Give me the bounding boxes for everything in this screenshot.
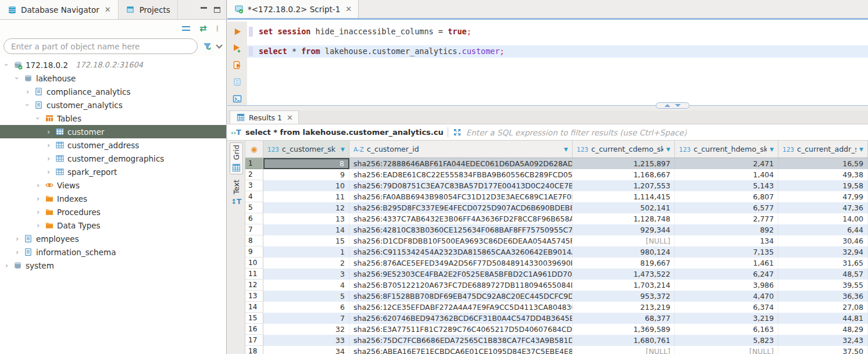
tree-item-employees[interactable]: ›employees (0, 232, 226, 245)
cell-c_customer_sk[interactable]: 34 (263, 346, 349, 354)
cell-c_customer_id[interactable]: sha256:4337C7AB6432E3B06FF4A3636FD2F8CC8… (349, 213, 573, 224)
cell-c_current_cdemo_sk[interactable]: 1,114,415 (573, 191, 675, 202)
sql-statement-line[interactable]: set session hide_inaccessible_columns = … (247, 26, 868, 38)
cell-c_current_addr_sk[interactable]: 48,29 (778, 324, 868, 335)
sash-collapse-control[interactable] (656, 102, 690, 109)
grid-corner-record-icon[interactable]: ◉ (245, 141, 263, 158)
cell-c_current_addr_sk[interactable]: 16,59 (778, 158, 868, 169)
row-number[interactable]: 1 (245, 158, 263, 169)
cell-c_current_cdemo_sk[interactable]: 1,215,897 (573, 158, 675, 169)
chevron-collapsed-icon[interactable]: › (45, 167, 52, 176)
filter-input-placeholder[interactable]: Enter a SQL expression to filter results… (466, 128, 687, 137)
tree-item-information-schema[interactable]: ›information_schema (0, 245, 226, 259)
chevron-collapsed-icon[interactable]: › (45, 127, 52, 136)
cell-c_current_hdemo_sk[interactable]: [NULL] (675, 346, 778, 354)
cell-c_current_cdemo_sk[interactable]: 1,680,761 (573, 335, 675, 346)
table-row[interactable]: 91sha256:C9115342454A2323DA815865CAA3260… (245, 246, 868, 258)
view-menu-icon[interactable]: ⁞ (216, 24, 219, 33)
table-row[interactable]: 1733sha256:75DC7FCB6686EDA72565C1B838CA7… (245, 335, 868, 346)
chevron-collapsed-icon[interactable]: › (14, 234, 20, 243)
cell-c_customer_id[interactable]: sha256:42810C83B0360CE125634F068BAF8FF75… (349, 224, 573, 235)
cell-c_customer_id[interactable]: sha256:876ACE5EFED349A2D56F77D5084891433… (349, 258, 573, 269)
chevron-collapsed-icon[interactable]: › (35, 194, 41, 203)
cell-c_current_cdemo_sk[interactable]: 502,141 (573, 202, 675, 213)
chevron-expanded-icon[interactable]: › (2, 62, 11, 68)
close-icon[interactable]: ✕ (105, 5, 111, 14)
chevron-collapsed-icon[interactable]: › (14, 248, 20, 256)
row-number[interactable]: 16 (245, 324, 263, 335)
cell-c_customer_id[interactable]: sha256:EAD8E61C8C22E555834FBBA9B60556CB2… (349, 169, 573, 180)
tree-item-customer-analytics[interactable]: ›customer_analytics (0, 98, 226, 112)
object-search-input[interactable] (3, 38, 198, 54)
cell-c_current_addr_sk[interactable]: 27,08 (778, 302, 868, 313)
cell-c_current_cdemo_sk[interactable]: 1,168,667 (573, 169, 675, 180)
view-tab-text[interactable]: Text ↕T (230, 178, 242, 207)
tab-projects[interactable]: Projects (119, 0, 178, 19)
cell-c_customer_id[interactable]: sha256:FA0ABB6943B98054FC31D12D3E3AEC689… (349, 191, 573, 202)
row-number[interactable]: 18 (245, 346, 263, 354)
sql-statement-line[interactable]: select * from lakehouse.customer_analyti… (247, 45, 868, 58)
filter-funnel-icon[interactable] (202, 42, 212, 51)
collapse-all-icon[interactable] (182, 26, 190, 31)
table-row[interactable]: 1834sha256:ABEA16E7E1ECBDCA6E01CE1095D84… (245, 346, 868, 354)
cell-c_customer_sk[interactable]: 33 (263, 335, 349, 346)
expand-filter-icon[interactable] (452, 128, 462, 137)
cell-c_current_cdemo_sk[interactable]: [NULL] (573, 235, 675, 246)
close-icon[interactable]: ✕ (345, 5, 352, 13)
table-row[interactable]: 124sha256:B705122120A673FC7DE6889727DB11… (245, 280, 868, 291)
cell-c_current_addr_sk[interactable]: 32,43 (778, 335, 868, 346)
column-header-c_customer_sk[interactable]: 123c_customer_sk▼ (263, 141, 349, 158)
maximize-icon[interactable] (214, 7, 220, 13)
minimize-icon[interactable] (201, 7, 207, 9)
cell-c_current_hdemo_sk[interactable]: 5,143 (675, 180, 778, 191)
cell-c_customer_sk[interactable]: 10 (263, 180, 349, 191)
explain-plan-icon[interactable] (232, 77, 242, 87)
cell-c_current_hdemo_sk[interactable]: 6,163 (675, 324, 778, 335)
cell-c_current_addr_sk[interactable]: 37,50 (778, 346, 868, 354)
cell-c_current_addr_sk[interactable]: 49,38 (778, 169, 868, 180)
cell-c_current_cdemo_sk[interactable]: 1,128,748 (573, 213, 675, 224)
chevron-collapsed-icon[interactable]: › (45, 154, 52, 163)
cell-c_current_hdemo_sk[interactable]: 1,404 (675, 169, 778, 180)
column-filter-dropdown-icon[interactable]: ▼ (564, 146, 568, 152)
cell-c_customer_sk[interactable]: 4 (263, 280, 349, 291)
cell-c_customer_id[interactable]: sha256:B295D8FC337E9E4FECD0725D907ACD6B6… (349, 202, 573, 213)
chevron-collapsed-icon[interactable]: › (35, 208, 41, 216)
row-number[interactable]: 4 (245, 191, 263, 202)
close-icon[interactable]: ✕ (287, 113, 293, 122)
row-number[interactable]: 8 (245, 235, 263, 246)
collapse-up-icon[interactable] (665, 104, 670, 107)
cell-c_customer_id[interactable]: sha256:75DC7FCB6686EDA72565C1B838CA7FC43… (349, 335, 573, 346)
cell-c_current_hdemo_sk[interactable]: 6,374 (675, 302, 778, 313)
cell-c_customer_id[interactable]: sha256:E3A77511F81C7289C76C4065217D5D406… (349, 324, 573, 335)
tree-item-lakehouse[interactable]: ›lakehouse (0, 71, 226, 85)
execute-new-tab-icon[interactable] (232, 43, 242, 53)
cell-c_current_hdemo_sk[interactable]: 6,807 (675, 191, 778, 202)
table-row[interactable]: 135sha256:8F1528BB708DF69EB475DC92A8C20E… (245, 291, 868, 302)
row-number[interactable]: 7 (245, 224, 263, 235)
cell-c_customer_sk[interactable]: 12 (263, 202, 349, 213)
cell-c_customer_sk[interactable]: 1 (263, 246, 349, 258)
table-row[interactable]: 613sha256:4337C7AB6432E3B06FF4A3636FD2F8… (245, 213, 868, 224)
cell-c_customer_id[interactable]: sha256:D1CDF8DBB10F500EA9693C86DE6DEAA05… (349, 235, 573, 246)
execute-script-icon[interactable] (232, 60, 242, 70)
tree-item-spark-report[interactable]: ›spark_report (0, 165, 226, 178)
tab-database-navigator[interactable]: Database Navigator ✕ (0, 0, 119, 19)
cell-c_customer_sk[interactable]: 2 (263, 258, 349, 269)
link-with-editor-icon[interactable]: ⇄ (199, 24, 207, 33)
tree-item-system[interactable]: ›system (0, 259, 226, 272)
cell-c_customer_id[interactable]: sha256:72888646ABF61FA044EDEC061D6DA5A09… (349, 158, 573, 169)
row-number[interactable]: 9 (245, 246, 263, 258)
cell-c_customer_id[interactable]: sha256:620746BED947362BCD6CF31B0A4C547DD… (349, 313, 573, 324)
row-number[interactable]: 13 (245, 291, 263, 302)
cell-c_current_cdemo_sk[interactable]: 819,667 (573, 258, 675, 269)
table-row[interactable]: 411sha256:FA0ABB6943B98054FC31D12D3E3AEC… (245, 191, 868, 202)
table-row[interactable]: 113sha256:9E52303CE4FBA2E2F0525E8A5BFBD2… (245, 269, 868, 280)
cell-c_current_hdemo_sk[interactable]: 3,986 (675, 280, 778, 291)
cell-c_current_hdemo_sk[interactable]: 4,470 (675, 291, 778, 302)
cell-c_customer_id[interactable]: sha256:9E52303CE4FBA2E2F0525E8A5BFBD2C1A… (349, 269, 573, 280)
table-row[interactable]: 146sha256:12CE35EFDABF272A4A47E9FA9CC5D4… (245, 302, 868, 313)
row-number[interactable]: 12 (245, 280, 263, 291)
chevron-expanded-icon[interactable]: › (34, 115, 42, 121)
table-row[interactable]: 512sha256:B295D8FC337E9E4FECD0725D907ACD… (245, 202, 868, 213)
